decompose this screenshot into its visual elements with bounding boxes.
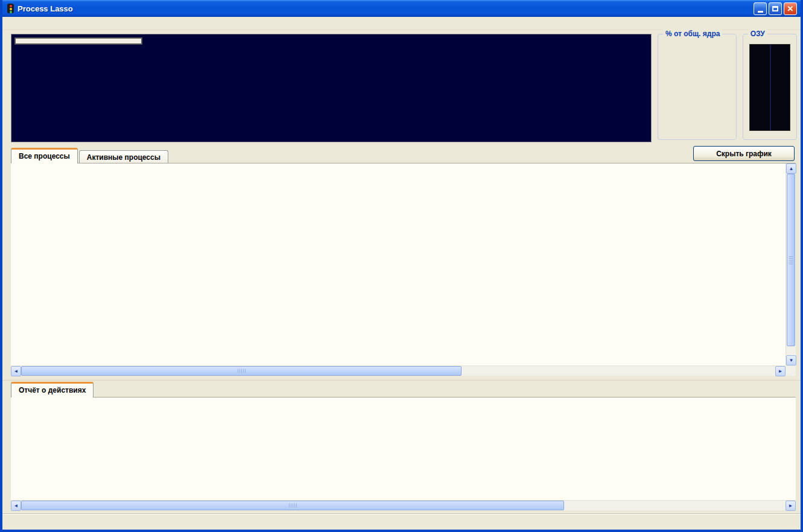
maximize-button[interactable] — [769, 2, 782, 15]
process-tabs-row: Все процессы Активные процессы Скрыть гр… — [2, 145, 801, 163]
title-bar[interactable]: Process Lasso ✕ — [2, 0, 801, 17]
graph-legend — [14, 37, 142, 45]
tab-active-processes[interactable]: Активные процессы — [79, 150, 168, 163]
ram-panel: ОЗУ — [743, 34, 797, 140]
scroll-left-arrow-icon[interactable]: ◄ — [11, 501, 21, 511]
graph-row: % от общ. ядра ОЗУ — [2, 30, 801, 145]
process-table-vscrollbar[interactable]: ▲ ▼ — [786, 163, 796, 366]
log-table: ◄ ► — [11, 397, 796, 510]
scroll-right-arrow-icon[interactable]: ► — [786, 501, 796, 511]
status-bar — [2, 514, 801, 530]
app-icon-traffic-light — [7, 4, 14, 13]
tab-action-log[interactable]: Отчёт о действиях — [11, 382, 94, 397]
menu-bar — [2, 17, 801, 30]
process-table: ▲ ▼ ◄ ► — [11, 163, 796, 376]
log-table-viewport — [11, 397, 796, 500]
process-table-hscrollbar[interactable]: ◄ ► — [11, 366, 786, 376]
tab-all-processes[interactable]: Все процессы — [11, 148, 78, 163]
scroll-up-arrow-icon[interactable]: ▲ — [786, 163, 796, 174]
cpu-cores-panel: % от общ. ядра — [658, 34, 737, 140]
scrollbar-corner — [786, 366, 796, 376]
process-table-viewport — [11, 163, 786, 366]
performance-graph — [11, 34, 652, 142]
ram-meter — [749, 44, 790, 131]
window-title: Process Lasso — [17, 4, 752, 13]
cpu-cores-title: % от общ. ядра — [663, 30, 722, 38]
vscroll-thumb[interactable] — [787, 174, 795, 346]
close-button[interactable]: ✕ — [784, 2, 797, 15]
log-section: Отчёт о действиях ◄ ► — [11, 381, 796, 510]
hide-graph-button[interactable]: Скрыть график — [693, 146, 795, 161]
log-tabs-row: Отчёт о действиях — [11, 381, 796, 397]
scroll-left-arrow-icon[interactable]: ◄ — [11, 366, 21, 376]
process-lasso-window: Process Lasso ✕ % от общ. ядра ОЗУ Все п… — [0, 0, 803, 532]
minimize-button[interactable] — [754, 2, 767, 15]
hscroll-thumb[interactable] — [21, 366, 462, 376]
splitter[interactable] — [2, 376, 801, 381]
ram-title: ОЗУ — [748, 30, 767, 38]
scroll-down-arrow-icon[interactable]: ▼ — [786, 355, 796, 366]
log-hscrollbar[interactable]: ◄ ► — [11, 500, 796, 510]
log-hscroll-thumb[interactable] — [21, 501, 564, 510]
scroll-right-arrow-icon[interactable]: ► — [775, 366, 786, 376]
